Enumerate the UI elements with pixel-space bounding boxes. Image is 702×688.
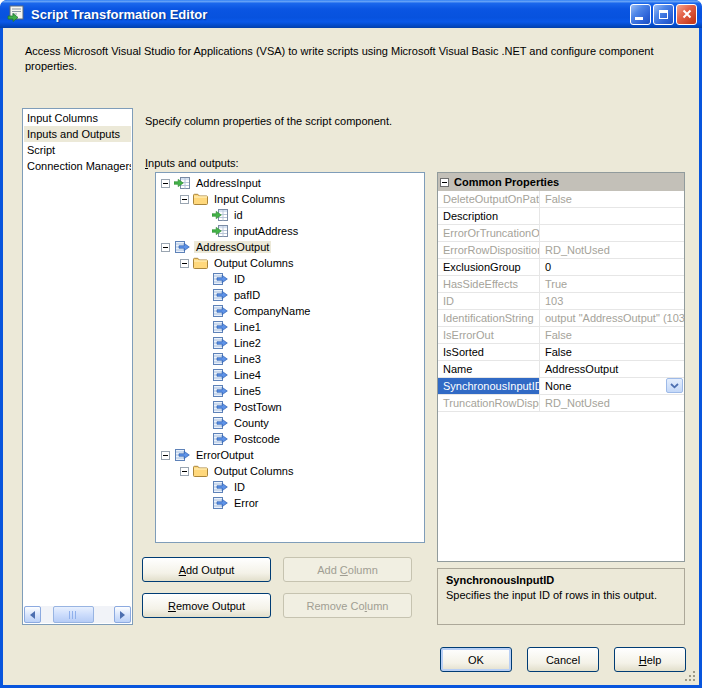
output-column-icon — [212, 289, 228, 301]
collapse-toggle-icon[interactable] — [161, 243, 170, 252]
sidebar-item-input-columns[interactable]: Input Columns — [24, 110, 131, 126]
scroll-right-icon — [120, 611, 125, 619]
property-value-text: False — [545, 193, 572, 205]
sidebar-item-inputs-and-outputs[interactable]: Inputs and Outputs — [24, 126, 131, 142]
tree-node-pafid[interactable]: pafID — [156, 287, 424, 303]
property-row-errorortruncationop[interactable]: ErrorOrTruncationOp — [438, 225, 684, 242]
tree-button-grid: Add OutputAdd ColumnRemove OutputRemove … — [142, 557, 412, 618]
tree-node-label: Line3 — [232, 353, 263, 365]
collapse-icon[interactable] — [440, 178, 449, 187]
tree-node-error[interactable]: Error — [156, 495, 424, 511]
property-name: IsErrorOut — [438, 327, 540, 343]
tree-node-label: inputAddress — [232, 225, 300, 237]
property-value-text: RD_NotUsed — [545, 397, 610, 409]
property-value: 0 — [540, 259, 684, 275]
scrollbar-thumb[interactable] — [53, 606, 94, 623]
folder-icon — [193, 465, 208, 477]
tree-node-label: id — [232, 209, 245, 221]
property-row-description[interactable]: Description — [438, 208, 684, 225]
minimize-button[interactable] — [630, 4, 651, 25]
cancel-button[interactable]: Cancel — [527, 647, 599, 672]
remove-column-button[interactable]: Remove Column — [283, 593, 412, 618]
close-button[interactable] — [676, 4, 697, 25]
tree-node-output-columns[interactable]: Output Columns — [156, 255, 424, 271]
input-column-icon — [212, 209, 228, 221]
navigation-items: Input ColumnsInputs and OutputsScriptCon… — [24, 110, 131, 606]
property-row-exclusiongroup[interactable]: ExclusionGroup0 — [438, 259, 684, 276]
property-row-identificationstring[interactable]: IdentificationStringoutput "AddressOutpu… — [438, 310, 684, 327]
tree-node-county[interactable]: County — [156, 415, 424, 431]
add-output-button[interactable]: Add Output — [142, 557, 271, 582]
output-column-icon — [212, 337, 228, 349]
folder-icon — [193, 193, 208, 205]
tree-node-inputaddress[interactable]: inputAddress — [156, 223, 424, 239]
scroll-left-button[interactable] — [24, 606, 41, 623]
collapse-toggle-icon[interactable] — [180, 195, 189, 204]
tree-node-label: Output Columns — [212, 465, 295, 477]
property-row-iserrorout[interactable]: IsErrorOutFalse — [438, 327, 684, 344]
tree-node-line5[interactable]: Line5 — [156, 383, 424, 399]
property-value: 103 — [540, 293, 684, 309]
tree-node-line2[interactable]: Line2 — [156, 335, 424, 351]
tree-node-label: ID — [232, 273, 247, 285]
property-row-deleteoutputonpath[interactable]: DeleteOutputOnPathFalse — [438, 191, 684, 208]
dropdown-arrow-icon[interactable] — [666, 378, 683, 393]
property-value[interactable]: None — [540, 378, 684, 394]
tree-node-erroroutput[interactable]: ErrorOutput — [156, 447, 424, 463]
scroll-right-button[interactable] — [114, 606, 131, 623]
sidebar-item-script[interactable]: Script — [24, 142, 131, 158]
dialog-client-area: Access Microsoft Visual Studio for Appli… — [3, 28, 699, 685]
horizontal-scrollbar[interactable] — [24, 606, 131, 623]
output-column-icon — [174, 241, 190, 253]
tree-node-label: Error — [232, 497, 260, 509]
collapse-toggle-icon[interactable] — [161, 179, 170, 188]
property-row-hassideeffects[interactable]: HasSideEffectsTrue — [438, 276, 684, 293]
app-icon — [6, 5, 26, 23]
property-row-id[interactable]: ID103 — [438, 293, 684, 310]
property-row-synchronousinputid[interactable]: SynchronousInputIDNone — [438, 378, 684, 395]
property-name: TruncationRowDispos — [438, 395, 540, 411]
tree-node-postcode[interactable]: Postcode — [156, 431, 424, 447]
property-row-name[interactable]: NameAddressOutput — [438, 361, 684, 378]
sidebar-item-connection-managers[interactable]: Connection Managers — [24, 158, 131, 174]
property-row-errorrowdisposition[interactable]: ErrorRowDispositionRD_NotUsed — [438, 242, 684, 259]
property-row-issorted[interactable]: IsSortedFalse — [438, 344, 684, 361]
collapse-toggle-icon[interactable] — [180, 259, 189, 268]
inputs-outputs-tree: AddressInputInput ColumnsidinputAddressA… — [155, 172, 425, 543]
tree-node-id[interactable]: ID — [156, 271, 424, 287]
property-name: ID — [438, 293, 540, 309]
output-column-icon — [212, 273, 228, 285]
tree-node-companyname[interactable]: CompanyName — [156, 303, 424, 319]
property-help-text: Specifies the input ID of rows in this o… — [446, 589, 676, 601]
dialog-window: Script Transformation Editor Access Micr… — [0, 0, 702, 688]
scroll-left-icon — [30, 611, 35, 619]
tree-node-addressoutput[interactable]: AddressOutput — [156, 239, 424, 255]
property-category-header[interactable]: Common Properties — [438, 173, 684, 191]
tree-node-id[interactable]: id — [156, 207, 424, 223]
tree-node-label: County — [232, 417, 271, 429]
tree-node-label: pafID — [232, 289, 262, 301]
property-name: Name — [438, 361, 540, 377]
resize-grip[interactable] — [684, 670, 697, 683]
add-column-button[interactable]: Add Column — [283, 557, 412, 582]
help-button[interactable]: Help — [614, 647, 686, 672]
tree-node-posttown[interactable]: PostTown — [156, 399, 424, 415]
title-bar[interactable]: Script Transformation Editor — [0, 0, 702, 28]
property-name: ExclusionGroup — [438, 259, 540, 275]
tree-node-line1[interactable]: Line1 — [156, 319, 424, 335]
tree-node-id[interactable]: ID — [156, 479, 424, 495]
output-column-icon — [212, 481, 228, 493]
collapse-toggle-icon[interactable] — [180, 467, 189, 476]
remove-output-button[interactable]: Remove Output — [142, 593, 271, 618]
property-value-text: True — [545, 278, 567, 290]
property-row-truncationrowdispos[interactable]: TruncationRowDisposRD_NotUsed — [438, 395, 684, 412]
collapse-toggle-icon[interactable] — [161, 451, 170, 460]
tree-node-line3[interactable]: Line3 — [156, 351, 424, 367]
tree-node-addressinput[interactable]: AddressInput — [156, 175, 424, 191]
maximize-button[interactable] — [653, 4, 674, 25]
tree-node-line4[interactable]: Line4 — [156, 367, 424, 383]
scrollbar-track[interactable] — [41, 606, 114, 623]
tree-node-output-columns[interactable]: Output Columns — [156, 463, 424, 479]
tree-node-input-columns[interactable]: Input Columns — [156, 191, 424, 207]
ok-button[interactable]: OK — [440, 647, 512, 672]
